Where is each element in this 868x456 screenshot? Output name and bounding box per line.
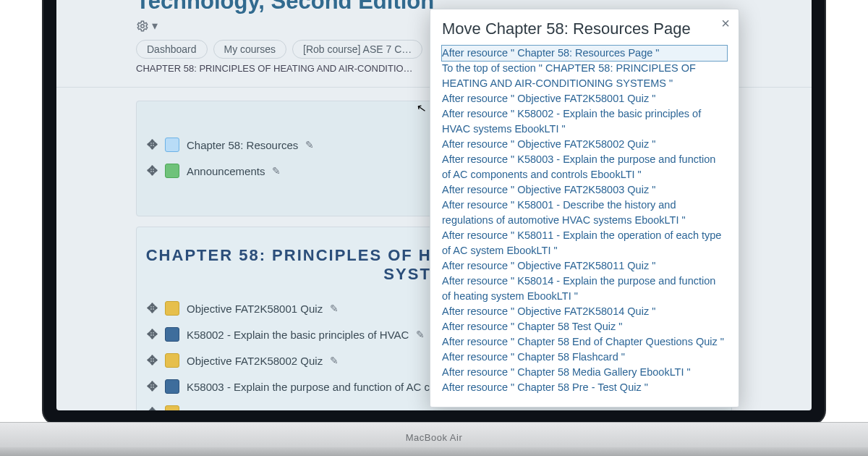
move-destination-option[interactable]: After resource " Objective FAT2K58001 Qu… bbox=[442, 91, 727, 106]
move-destination-option[interactable]: After resource " Objective FAT2K58014 Qu… bbox=[442, 304, 727, 319]
move-destination-option[interactable]: After resource " Chapter 58 Pre - Test Q… bbox=[442, 380, 727, 395]
laptop-brand-label: MacBook Air bbox=[0, 432, 868, 443]
move-destination-option[interactable]: After resource " Chapter 58 Flashcard " bbox=[442, 350, 727, 365]
modal-destination-list: After resource " Chapter 58: Resources P… bbox=[442, 46, 727, 395]
move-destination-option[interactable]: After resource " Objective FAT2K58011 Qu… bbox=[442, 258, 727, 274]
move-destination-option[interactable]: After resource " K58001 - Describe the h… bbox=[442, 198, 727, 228]
move-destination-option[interactable]: After resource " Objective FAT2K58002 Qu… bbox=[442, 137, 727, 152]
move-destination-option[interactable]: After resource " Chapter 58 Media Galler… bbox=[442, 365, 727, 380]
move-destination-option[interactable]: After resource " Chapter 58 Test Quiz " bbox=[442, 319, 727, 334]
move-destination-option[interactable]: After resource " K58014 - Explain the pu… bbox=[442, 274, 727, 304]
modal-title: Move Chapter 58: Resources Page bbox=[442, 20, 727, 38]
move-destination-option[interactable]: After resource " K58011 - Explain the op… bbox=[442, 228, 727, 258]
move-destination-option[interactable]: To the top of section " CHAPTER 58: PRIN… bbox=[442, 61, 727, 91]
move-destination-option[interactable]: After resource " Objective FAT2K58003 Qu… bbox=[442, 182, 727, 198]
close-icon[interactable]: × bbox=[721, 15, 730, 32]
move-chapter-modal: × Move Chapter 58: Resources Page After … bbox=[430, 9, 739, 408]
move-destination-option[interactable]: After resource " K58002 - Explain the ba… bbox=[442, 106, 727, 137]
move-destination-option[interactable]: After resource " Chapter 58 End of Chapt… bbox=[442, 334, 727, 350]
move-destination-option[interactable]: After resource " K58003 - Explain the pu… bbox=[442, 152, 727, 182]
move-destination-option[interactable]: After resource " Chapter 58: Resources P… bbox=[442, 46, 727, 61]
